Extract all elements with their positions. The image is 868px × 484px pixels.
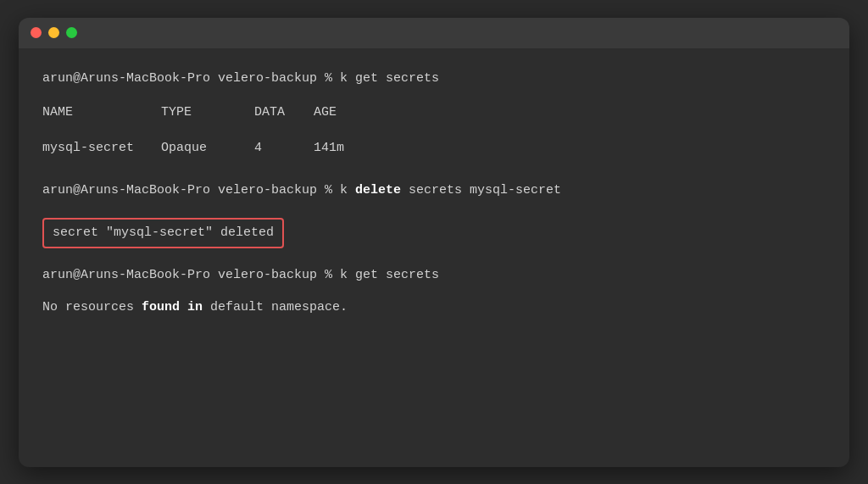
in-bold: in bbox=[187, 300, 203, 314]
prompt-3: arun@Aruns-MacBook-Pro velero-backup % k… bbox=[42, 268, 439, 282]
row-data: 4 bbox=[254, 138, 314, 159]
command-line-2: arun@Aruns-MacBook-Pro velero-backup % k… bbox=[42, 181, 826, 201]
row-age: 141m bbox=[314, 138, 381, 159]
deleted-message: secret "mysql-secret" deleted bbox=[42, 218, 284, 248]
minimize-button[interactable] bbox=[48, 27, 59, 38]
header-data: DATA bbox=[254, 103, 314, 123]
no-resources-suffix: default namespace. bbox=[203, 300, 348, 314]
row-type: Opaque bbox=[161, 138, 254, 159]
maximize-button[interactable] bbox=[66, 27, 77, 38]
prompt-2-bold: delete bbox=[355, 183, 401, 197]
found-bold: found bbox=[142, 300, 180, 314]
no-resources-prefix: No resources bbox=[42, 300, 142, 314]
terminal-window: arun@Aruns-MacBook-Pro velero-backup % k… bbox=[19, 18, 849, 467]
highlighted-output: secret "mysql-secret" deleted bbox=[42, 211, 826, 255]
prompt-2-suffix: secrets mysql-secret bbox=[401, 183, 561, 197]
title-bar bbox=[19, 18, 849, 48]
table-header-row: NAME TYPE DATA AGE bbox=[42, 103, 826, 123]
terminal-body: arun@Aruns-MacBook-Pro velero-backup % k… bbox=[19, 48, 849, 338]
command-line-1: arun@Aruns-MacBook-Pro velero-backup % k… bbox=[42, 69, 826, 89]
row-name: mysql-secret bbox=[42, 138, 161, 159]
header-age: AGE bbox=[314, 103, 381, 123]
no-resources-space bbox=[180, 300, 187, 314]
close-button[interactable] bbox=[31, 27, 42, 38]
no-resources-line: No resources found in default namespace. bbox=[42, 298, 826, 318]
header-type: TYPE bbox=[161, 103, 254, 123]
prompt-2-prefix: arun@Aruns-MacBook-Pro velero-backup % k bbox=[42, 183, 355, 197]
table-data-row: mysql-secret Opaque 4 141m bbox=[42, 138, 826, 159]
prompt-1: arun@Aruns-MacBook-Pro velero-backup % k… bbox=[42, 71, 439, 86]
command-line-3: arun@Aruns-MacBook-Pro velero-backup % k… bbox=[42, 265, 826, 286]
header-name: NAME bbox=[42, 103, 161, 123]
